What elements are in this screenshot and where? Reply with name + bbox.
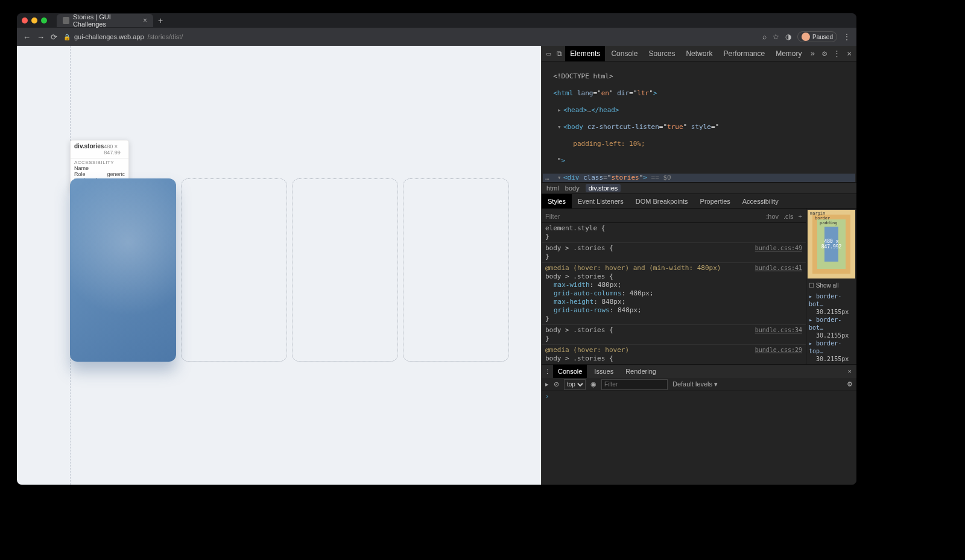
kebab-icon[interactable]: ⋮	[831, 49, 843, 58]
show-all-checkbox[interactable]: ☐ Show all	[806, 280, 856, 291]
search-icon[interactable]: ⌕	[762, 33, 767, 41]
url-field[interactable]: 🔒 gui-challenges.web.app/stories/dist/	[63, 33, 183, 40]
profile-status: Paused	[812, 34, 833, 40]
computed-pane: 480 x 847.992 margin border padding ☐ Sh…	[806, 209, 856, 364]
console-drawer: ⋮ Console Issues Rendering × ▸ ⊘ top ◉ D…	[542, 364, 856, 485]
devtools-tab-performance[interactable]: Performance	[718, 46, 770, 61]
forward-button[interactable]: →	[37, 33, 45, 42]
devtools-tabstrip: ▭ ⧉ Elements Console Sources Network Per…	[542, 46, 856, 61]
dom-tree[interactable]: <!DOCTYPE html> <html lang="en" dir="ltr…	[542, 61, 856, 182]
box-model[interactable]: 480 x 847.992 margin border padding	[806, 209, 856, 280]
devtools-tab-memory[interactable]: Memory	[771, 46, 806, 61]
console-output[interactable]: ›	[542, 391, 856, 485]
computed-list[interactable]: ▸ border-bot… 30.2155px▸ border-bot… 30.…	[806, 291, 856, 364]
devtools-panel: ▭ ⧉ Elements Console Sources Network Per…	[542, 46, 856, 485]
console-sidebar-icon[interactable]: ▸	[545, 380, 549, 388]
drawer-tab-rendering[interactable]: Rendering	[621, 365, 661, 378]
hov-toggle[interactable]: :hov	[766, 212, 779, 221]
devtools-tab-network[interactable]: Network	[681, 46, 717, 61]
address-bar: ← → ⟳ 🔒 gui-challenges.web.app/stories/d…	[17, 28, 856, 46]
reload-button[interactable]: ⟳	[51, 33, 57, 42]
story-card[interactable]	[403, 178, 509, 362]
settings-icon[interactable]: ⚙	[820, 49, 829, 58]
extension-icon[interactable]: ◑	[785, 33, 791, 41]
subtab-accessibility[interactable]: Accessibility	[736, 194, 785, 209]
devtools-tab-console[interactable]: Console	[606, 46, 642, 61]
url-host: gui-challenges.web.app	[74, 33, 144, 40]
new-tab-button[interactable]: +	[158, 16, 163, 25]
star-icon[interactable]: ☆	[773, 33, 779, 41]
eye-icon[interactable]: ◉	[590, 380, 596, 388]
log-levels[interactable]: Default levels ▾	[672, 380, 718, 388]
close-devtools-icon[interactable]: ×	[844, 49, 854, 58]
box-content-dim: 480 x 847.992	[824, 227, 838, 262]
styles-filterbar: :hov .cls +	[542, 210, 806, 223]
tab-close-icon[interactable]: ×	[143, 16, 147, 25]
subtab-breakpoints[interactable]: DOM Breakpoints	[630, 194, 694, 209]
browser-window: Stories | GUI Challenges × + ← → ⟳ 🔒 gui…	[17, 13, 856, 485]
styles-filter-input[interactable]	[545, 213, 581, 220]
story-card-selected[interactable]	[70, 178, 176, 362]
minimize-icon[interactable]	[31, 17, 37, 24]
crumb-current[interactable]: div.stories	[586, 184, 621, 192]
story-card[interactable]	[292, 178, 398, 362]
tooltip-selector: div.stories	[74, 143, 104, 149]
drawer-menu-icon[interactable]: ⋮	[544, 368, 551, 376]
clear-console-icon[interactable]: ⊘	[554, 380, 559, 388]
tabstrip: Stories | GUI Challenges × +	[17, 13, 856, 28]
crumb-body[interactable]: body	[565, 184, 580, 192]
lock-icon: 🔒	[63, 34, 71, 40]
devtools-tab-sources[interactable]: Sources	[644, 46, 680, 61]
console-settings-icon[interactable]: ⚙	[847, 380, 853, 388]
browser-tab[interactable]: Stories | GUI Challenges ×	[57, 14, 153, 27]
cls-toggle[interactable]: .cls	[783, 212, 794, 221]
inspect-element-icon[interactable]: ▭	[544, 49, 554, 58]
story-card[interactable]	[181, 178, 287, 362]
subtab-listeners[interactable]: Event Listeners	[572, 194, 630, 209]
favicon-icon	[63, 17, 69, 24]
tooltip-dimensions: 480 × 847.99	[104, 143, 125, 156]
drawer-tab-issues[interactable]: Issues	[589, 365, 618, 378]
maximize-icon[interactable]	[41, 17, 47, 24]
devtools-tab-elements[interactable]: Elements	[565, 46, 605, 61]
menu-icon[interactable]: ⋮	[843, 33, 850, 41]
profile-button[interactable]: Paused	[797, 31, 837, 42]
console-prompt: ›	[545, 392, 549, 400]
device-toggle-icon[interactable]: ⧉	[555, 49, 565, 58]
more-tabs-icon[interactable]: »	[808, 49, 818, 58]
close-icon[interactable]	[22, 17, 28, 24]
styles-tabstrip: Styles Event Listeners DOM Breakpoints P…	[542, 194, 856, 209]
console-filter-input[interactable]	[601, 379, 668, 390]
context-selector[interactable]: top	[564, 379, 586, 390]
dom-breadcrumb[interactable]: html body div.stories	[542, 182, 856, 194]
window-controls[interactable]	[22, 17, 47, 24]
back-button[interactable]: ←	[23, 33, 31, 42]
new-rule-button[interactable]: +	[799, 212, 802, 221]
crumb-html[interactable]: html	[546, 184, 559, 192]
subtab-styles[interactable]: Styles	[542, 194, 572, 209]
stories-container	[70, 178, 509, 362]
rendered-page[interactable]: div.stories 480 × 847.99 ACCESSIBILITY N…	[17, 46, 542, 485]
styles-pane[interactable]: :hov .cls + element.style {}body > .stor…	[542, 209, 806, 364]
subtab-properties[interactable]: Properties	[694, 194, 736, 209]
avatar-icon	[802, 33, 810, 41]
tab-title: Stories | GUI Challenges	[73, 13, 139, 28]
drawer-close-icon[interactable]: ×	[846, 368, 854, 375]
tooltip-a11y-label: ACCESSIBILITY	[74, 160, 125, 165]
url-path: /stories/dist/	[148, 33, 183, 40]
drawer-tab-console[interactable]: Console	[553, 365, 587, 378]
